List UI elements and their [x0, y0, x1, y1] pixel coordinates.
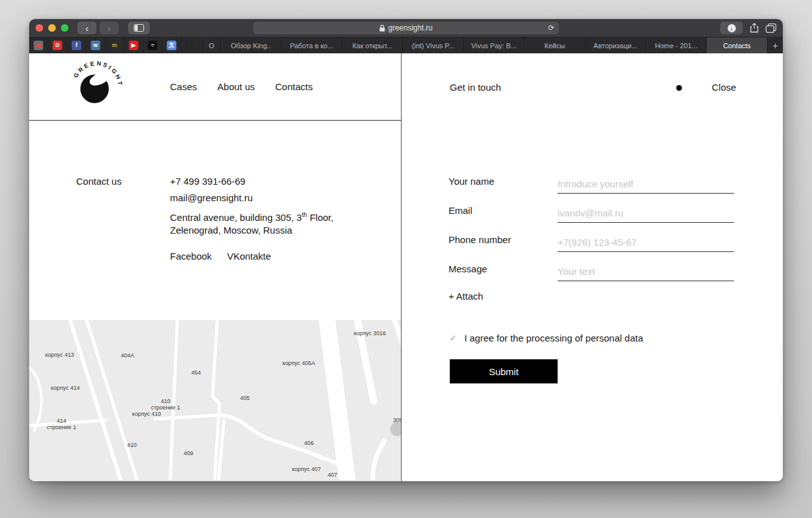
page-content: GREENSIGHT CasesAbout usContacts Contact…	[29, 53, 783, 481]
name-field-label: Your name	[449, 176, 494, 187]
facebook-favicon: f	[72, 41, 81, 50]
url-text: greensight.ru	[388, 23, 433, 32]
social-link-vkontakte[interactable]: VKontakte	[227, 250, 271, 263]
contact-phone[interactable]: +7 499 391-66-69	[170, 175, 246, 188]
reload-icon[interactable]: ⟳	[548, 23, 554, 32]
window-controls	[36, 24, 69, 32]
download-icon: ↓	[728, 24, 736, 32]
bookmark-empty-slot	[192, 37, 203, 53]
address-bar[interactable]: greensight.ru ⟳	[253, 22, 559, 34]
browser-tab[interactable]: Авторизаци...	[586, 37, 646, 53]
bookmark-youtube-favicon[interactable]: ▶	[124, 37, 143, 53]
map-label: 410	[160, 398, 170, 404]
browser-tab[interactable]: Работа в ко...	[282, 37, 343, 53]
email-field-label: Email	[449, 205, 473, 216]
attach-button[interactable]: + Attach	[449, 291, 483, 302]
checkmark-icon[interactable]: ✓	[450, 333, 457, 343]
map-label: 410	[127, 442, 136, 448]
browser-tab[interactable]: (int) Vivus P...	[403, 37, 464, 53]
sidebar-button[interactable]	[128, 22, 150, 34]
contact-address: Central avenue, building 305, 3th Floor,…	[170, 209, 348, 237]
map[interactable]: корпус 3016корпус 413404Aкорпус 405A454к…	[29, 320, 401, 481]
close-dot-icon	[676, 85, 682, 91]
new-tab-button[interactable]: +	[768, 37, 783, 53]
agree-row[interactable]: ✓ I agree for the processing of personal…	[450, 333, 643, 343]
translate-favicon: 文	[167, 41, 176, 50]
d-favicon: D	[53, 41, 62, 50]
vk-favicon: w	[91, 41, 100, 50]
bookmark-vk-favicon[interactable]: w	[86, 37, 105, 53]
address-superscript: th	[302, 211, 307, 218]
browser-tab[interactable]: Vivus Pay: B...	[464, 37, 525, 53]
map-label: 406	[304, 440, 313, 446]
email-field[interactable]	[558, 204, 734, 223]
titlebar-right-buttons: ↓	[720, 22, 776, 34]
get-in-touch-panel: Get in touch Close Your nameEmailPhone n…	[402, 53, 783, 481]
phone-field[interactable]	[558, 233, 734, 252]
close-window-button[interactable]	[36, 24, 43, 32]
map-roads	[29, 320, 401, 480]
tab-overview-icon[interactable]	[766, 23, 776, 33]
tab-bar: ▦Dfwm▶⁘文 ООбзор King..Работа в ко...Как …	[29, 37, 783, 53]
browser-titlebar: ‹ › greensight.ru ⟳ ↓	[29, 19, 783, 37]
browser-tab[interactable]: Contacts	[707, 37, 768, 53]
bookmark-photos-favicon[interactable]: ▦	[29, 37, 48, 53]
message-field[interactable]	[558, 262, 734, 281]
downloads-button[interactable]: ↓	[720, 22, 743, 34]
left-column: GREENSIGHT CasesAbout usContacts Contact…	[29, 53, 402, 481]
map-label: корпус 413	[45, 352, 74, 358]
share-icon[interactable]	[749, 23, 759, 33]
nav-item-contacts[interactable]: Contacts	[275, 81, 313, 92]
back-button[interactable]: ‹	[77, 22, 96, 34]
map-label: корпус 407	[292, 466, 320, 472]
map-label: корпус 414	[51, 385, 79, 391]
browser-tab[interactable]: Как открыт...	[343, 37, 403, 53]
bookmark-empty-slot	[181, 37, 192, 53]
agree-label: I agree for the processing of personal d…	[464, 333, 643, 343]
contact-email[interactable]: mail@greensight.ru	[170, 192, 252, 204]
nav-item-about-us[interactable]: About us	[218, 81, 255, 92]
map-label: 305	[393, 417, 401, 423]
main-nav: CasesAbout usContacts	[170, 53, 313, 120]
social-link-facebook[interactable]: Facebook	[170, 250, 212, 263]
bookmark-translate-favicon[interactable]: 文	[162, 37, 181, 53]
sidebar-icon	[134, 24, 144, 32]
social-links: FacebookVKontakte	[170, 250, 271, 263]
bookmark-facebook-favicon[interactable]: f	[67, 37, 86, 53]
map-label: 404A	[121, 352, 134, 359]
youtube-favicon: ▶	[129, 41, 138, 50]
zoom-window-button[interactable]	[61, 24, 69, 32]
map-label: корпус 405A	[282, 360, 315, 366]
address-line2: Zelenograd, Moscow, Russia	[170, 225, 292, 236]
map-label: 409	[183, 450, 193, 456]
m-favicon: m	[110, 41, 119, 50]
contact-section: Contact us +7 499 391-66-69 mail@greensi…	[29, 121, 401, 320]
close-button[interactable]: Close	[712, 81, 736, 94]
map-label: корпус 3016	[354, 330, 386, 336]
map-label: корпус 410	[132, 411, 160, 417]
map-label: 407	[327, 472, 337, 478]
bookmark-pattern-favicon[interactable]: ⁘	[143, 37, 162, 53]
bookmark-d-favicon[interactable]: D	[48, 37, 67, 53]
tabs-strip: ООбзор King..Работа в ко...Как открыт...…	[203, 37, 768, 53]
nav-item-cases[interactable]: Cases	[170, 81, 197, 92]
browser-tab[interactable]: Обзор King..	[221, 37, 282, 53]
browser-tab[interactable]: Кейсы	[525, 37, 586, 53]
phone-field-label: Phone number	[449, 234, 511, 245]
address-line1-pre: Central avenue, building 305, 3	[170, 212, 302, 223]
browser-tab[interactable]: Home - 201...	[646, 37, 707, 53]
pattern-favicon: ⁘	[148, 41, 157, 50]
address-line1-post: Floor,	[307, 212, 334, 223]
forward-button[interactable]: ›	[100, 22, 119, 34]
form-heading: Get in touch	[450, 81, 501, 94]
minimize-window-button[interactable]	[48, 24, 56, 32]
name-field[interactable]	[558, 175, 734, 194]
submit-button[interactable]: Submit	[450, 359, 558, 383]
browser-window: ‹ › greensight.ru ⟳ ↓	[29, 19, 783, 481]
map-label: 414	[56, 418, 66, 424]
bookmarks-bar: ▦Dfwm▶⁘文	[29, 37, 181, 53]
browser-tab[interactable]: О	[203, 37, 221, 53]
bookmark-m-favicon[interactable]: m	[105, 37, 124, 53]
greensight-logo[interactable]: GREENSIGHT	[69, 58, 124, 117]
photos-favicon: ▦	[34, 41, 43, 50]
